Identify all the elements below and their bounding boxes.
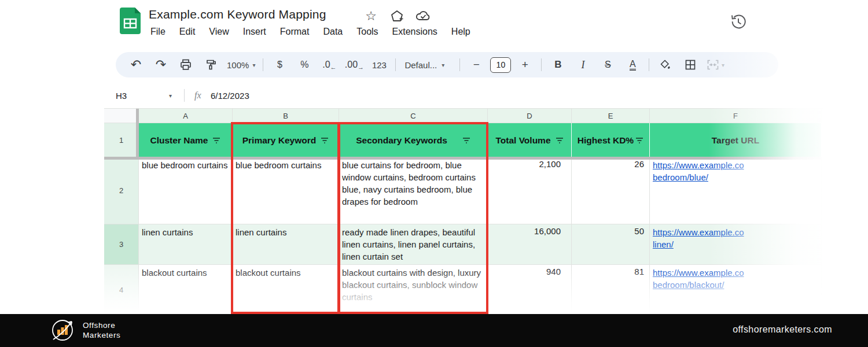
row-header-4[interactable]: 4 (104, 265, 139, 315)
more-formats-button[interactable]: 123 (368, 55, 390, 75)
google-sheets-logo-icon[interactable] (120, 8, 141, 34)
cell-F3[interactable]: https://www.example.colinen/ (650, 224, 822, 265)
bold-button[interactable]: B (547, 55, 569, 75)
header-label: Cluster Name (150, 135, 208, 146)
decrease-font-size-button[interactable]: − (465, 55, 487, 75)
cell-D2[interactable]: 2,100 (488, 157, 572, 224)
cell-E3[interactable]: 50 (572, 224, 650, 265)
font-size-input[interactable]: 10 (490, 57, 511, 73)
cell-F4[interactable]: https://www.example.cobedroom/blackout/ (650, 265, 822, 315)
format-percent-button[interactable]: % (293, 55, 315, 75)
toolbar: ↶ ↷ 100% ▾ $ % .0← .00→ (116, 52, 778, 77)
footer-bar: Offshore Marketers offshoremarketers.com (0, 314, 868, 347)
menu-edit[interactable]: Edit (179, 27, 196, 37)
font-family-selector[interactable]: Defaul... ▾ (401, 60, 454, 70)
chevron-down-icon: ▾ (252, 62, 255, 68)
increase-font-size-button[interactable]: + (514, 55, 536, 75)
cell-D1-total-volume-header[interactable]: Total Volume (488, 123, 572, 157)
cell-A3[interactable]: linen curtains (139, 224, 233, 265)
borders-button[interactable] (679, 55, 701, 75)
cell-D4[interactable]: 940 (488, 265, 572, 315)
formula-input[interactable]: 6/12/2023 (211, 91, 249, 101)
decrease-decimal-button[interactable]: .0← (318, 55, 340, 75)
increase-decimal-button[interactable]: .00→ (343, 55, 365, 75)
header-label: Highest KD% (578, 135, 634, 146)
filter-icon[interactable] (212, 137, 220, 144)
column-header-A[interactable]: A (139, 109, 233, 123)
target-url-link[interactable]: https://www.example.cobedroom/blackout/ (653, 268, 744, 290)
menu-help[interactable]: Help (451, 27, 470, 37)
filter-icon[interactable] (635, 137, 643, 144)
footer-website: offshoremarketers.com (733, 324, 832, 335)
cell-A2[interactable]: blue bedroom curtains (139, 157, 233, 224)
formula-bar: H3 ▾ fx 6/12/2023 (104, 83, 868, 109)
app-header: Example.com Keyword Mapping ☆ File Edit … (0, 0, 868, 51)
row-header-3[interactable]: 3 (104, 224, 139, 265)
menu-tools[interactable]: Tools (356, 27, 378, 37)
merge-cells-button[interactable]: ▾ (704, 55, 726, 75)
name-box[interactable]: H3 (116, 91, 127, 101)
annotation-box-secondary-keywords (338, 122, 488, 314)
text-color-button[interactable]: A (621, 55, 643, 75)
select-all-corner[interactable] (104, 109, 139, 123)
strikethrough-button[interactable]: S (597, 55, 619, 75)
menu-insert[interactable]: Insert (243, 27, 266, 37)
column-header-D[interactable]: D (488, 109, 572, 123)
url-line1: https://www.example.co (653, 268, 744, 278)
target-url-link[interactable]: https://www.example.cobedroom/blue/ (653, 160, 744, 182)
toolbar-separator (263, 58, 263, 71)
filter-icon[interactable] (556, 137, 564, 144)
undo-button[interactable]: ↶ (125, 55, 147, 75)
arrow-left-icon: ← (330, 64, 337, 71)
target-url-link[interactable]: https://www.example.colinen/ (653, 227, 744, 249)
toolbar-separator (395, 58, 396, 71)
version-history-icon[interactable] (729, 13, 748, 31)
menu-format[interactable]: Format (280, 27, 310, 37)
cloud-saved-icon[interactable] (415, 9, 431, 24)
menu-file[interactable]: File (150, 27, 165, 37)
paint-format-button[interactable] (200, 55, 222, 75)
url-line1: https://www.example.co (653, 160, 744, 170)
chevron-down-icon: ▾ (442, 62, 444, 68)
cell-F1-target-url-header[interactable]: Target URL (650, 123, 822, 157)
italic-button[interactable]: I (572, 55, 594, 75)
cell-A4[interactable]: blackout curtains (139, 265, 233, 315)
arrow-right-icon: → (358, 64, 364, 71)
url-line2: bedroom/blue/ (653, 172, 708, 182)
brand-line1: Offshore (83, 320, 120, 330)
zoom-control[interactable]: 100% ▾ (225, 60, 258, 70)
format-currency-button[interactable]: $ (269, 55, 290, 75)
cell-E1-highest-kd-header[interactable]: Highest KD% (572, 123, 650, 157)
cell-F2[interactable]: https://www.example.cobedroom/blue/ (650, 157, 822, 224)
brand-logo: Offshore Marketers (49, 316, 120, 345)
fx-icon: fx (194, 90, 201, 101)
fill-color-button[interactable] (654, 55, 676, 75)
url-line2: bedroom/blackout/ (653, 280, 724, 290)
column-header-E[interactable]: E (572, 109, 650, 123)
menu-view[interactable]: View (209, 27, 229, 37)
star-icon[interactable]: ☆ (363, 9, 378, 24)
column-header-B[interactable]: B (233, 109, 339, 123)
document-title[interactable]: Example.com Keyword Mapping (149, 8, 326, 21)
brand-name: Offshore Marketers (83, 320, 120, 340)
cell-A1-cluster-name-header[interactable]: Cluster Name (139, 123, 233, 157)
row-header-2[interactable]: 2 (104, 157, 139, 224)
move-label-icon[interactable] (389, 9, 404, 24)
decrease-decimal-label: .0 (322, 60, 330, 70)
cell-D3[interactable]: 16,000 (488, 224, 572, 265)
redo-button[interactable]: ↷ (150, 55, 172, 75)
offshore-marketers-logo-icon (49, 316, 78, 345)
toolbar-separator (649, 58, 649, 71)
row-header-1[interactable]: 1 (104, 123, 139, 157)
menu-extensions[interactable]: Extensions (392, 27, 437, 37)
frozen-column-divider[interactable] (136, 109, 139, 157)
cell-E4[interactable]: 81 (572, 265, 650, 315)
screenshot-stage: Example.com Keyword Mapping ☆ File Edit … (0, 0, 868, 347)
menu-data[interactable]: Data (323, 27, 343, 37)
header-label: Target URL (712, 135, 759, 146)
cell-E2[interactable]: 26 (572, 157, 650, 224)
chevron-down-icon[interactable]: ▾ (169, 93, 172, 99)
column-header-F[interactable]: F (650, 109, 822, 123)
column-header-C[interactable]: C (339, 109, 488, 123)
print-button[interactable] (175, 55, 197, 75)
